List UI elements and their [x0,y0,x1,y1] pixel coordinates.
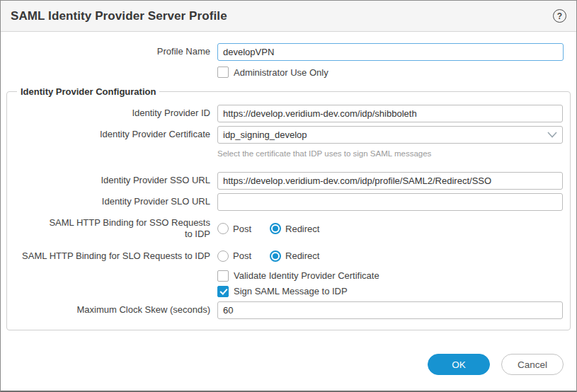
idp-id-input[interactable] [217,105,563,122]
slo-url-row: Identity Provider SLO URL [14,193,563,211]
slo-binding-label: SAML HTTP Binding for SLO Requests to ID… [14,250,212,262]
clock-skew-label: Maximum Clock Skew (seconds) [14,304,212,316]
idp-certificate-label: Identity Provider Certificate [14,129,212,140]
sso-binding-label: SAML HTTP Binding for SSO Requests to ID… [46,217,210,241]
profile-name-input[interactable] [217,43,564,61]
dialog-footer: OK Cancel [1,354,576,391]
ok-button[interactable]: OK [428,354,490,375]
admin-only-checkbox[interactable] [217,67,229,78]
idp-certificate-select[interactable]: idp_signing_develop [217,126,563,144]
help-icon[interactable]: ? [553,9,566,23]
clock-skew-row: Maximum Clock Skew (seconds) [14,301,563,319]
sso-binding-post-radio[interactable] [217,223,229,234]
sign-saml-label: Sign SAML Message to IDP [234,286,348,296]
sign-saml-row: Sign SAML Message to IDP [14,286,563,297]
sso-binding-redirect-option[interactable]: Redirect [270,223,319,234]
idp-configuration-group: Identity Provider Configuration Identity… [6,86,571,330]
validate-cert-checkbox-row[interactable]: Validate Identity Provider Certificate [217,270,563,282]
idp-id-label: Identity Provider ID [14,108,212,119]
slo-binding-post-radio[interactable] [217,250,229,262]
sign-saml-checkbox[interactable] [217,286,229,297]
slo-binding-redirect-option[interactable]: Redirect [270,250,319,262]
slo-url-input[interactable] [217,193,563,211]
idp-certificate-row: Identity Provider Certificate idp_signin… [14,126,563,144]
slo-binding-row: SAML HTTP Binding for SLO Requests to ID… [14,250,563,262]
sso-binding-redirect-radio[interactable] [270,223,281,234]
dialog-titlebar: SAML Identity Provider Server Profile ? [1,1,576,32]
admin-only-row: Administrator Use Only [8,67,564,78]
idp-certificate-hint-row: Select the certificate that IDP uses to … [14,147,563,158]
slo-binding-post-option[interactable]: Post [217,250,251,262]
saml-idp-profile-dialog: SAML Identity Provider Server Profile ? … [0,0,577,392]
admin-only-checkbox-row[interactable]: Administrator Use Only [217,67,564,78]
validate-cert-checkbox[interactable] [217,270,229,282]
sso-binding-post-option[interactable]: Post [217,223,251,234]
sso-url-label: Identity Provider SSO URL [14,175,212,186]
profile-name-label: Profile Name [8,46,212,57]
validate-cert-row: Validate Identity Provider Certificate [14,270,563,282]
sso-url-row: Identity Provider SSO URL [14,172,563,190]
cancel-button[interactable]: Cancel [501,354,564,375]
dialog-title: SAML Identity Provider Server Profile [11,9,227,23]
chevron-down-icon [547,132,557,138]
idp-id-row: Identity Provider ID [14,105,563,122]
dialog-body: Profile Name Administrator Use Only Iden… [1,32,576,391]
clock-skew-input[interactable] [217,301,563,319]
sso-binding-radio-group: Post Redirect [217,223,563,234]
idp-certificate-hint: Select the certificate that IDP uses to … [217,149,563,158]
sso-binding-row: SAML HTTP Binding for SSO Requests to ID… [14,217,563,241]
profile-name-row: Profile Name [8,43,564,61]
slo-binding-radio-group: Post Redirect [217,250,563,262]
admin-only-label: Administrator Use Only [234,67,329,78]
validate-cert-label: Validate Identity Provider Certificate [234,270,379,281]
sign-saml-checkbox-row[interactable]: Sign SAML Message to IDP [217,286,563,297]
sso-url-input[interactable] [217,172,563,190]
slo-url-label: Identity Provider SLO URL [14,196,212,207]
slo-binding-redirect-radio[interactable] [270,250,281,262]
idp-configuration-legend: Identity Provider Configuration [17,86,159,97]
idp-certificate-value: idp_signing_develop [223,129,307,140]
